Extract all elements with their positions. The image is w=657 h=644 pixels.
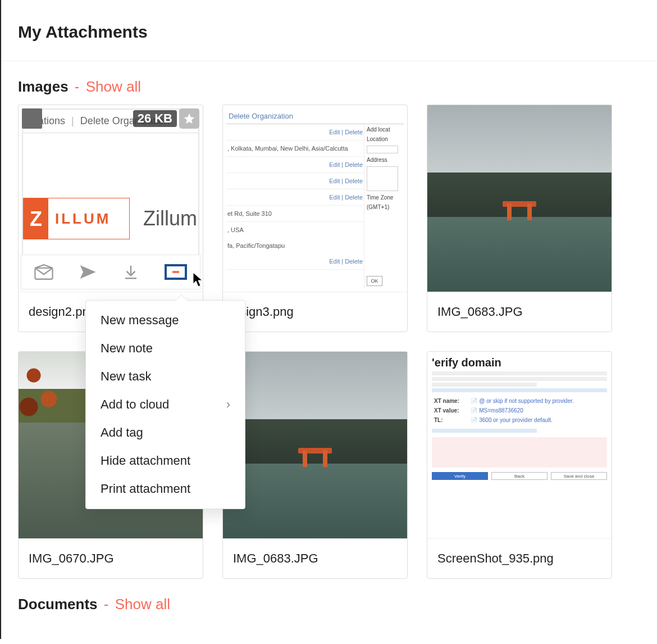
show-all-documents-link[interactable]: Show all (115, 596, 170, 613)
section-images-header: Images - Show all (18, 78, 640, 96)
menu-add-tag[interactable]: Add tag (86, 419, 245, 447)
filename-label: IMG_0683.JPG (223, 539, 407, 578)
attachment-card[interactable]: IMG_0683.JPG (222, 351, 408, 579)
thumbnail[interactable]: 'erify domain XT name:📄 @ or skip if not… (427, 352, 612, 539)
filesize-badge: 26 KB (133, 110, 177, 127)
menu-new-message[interactable]: New message (86, 306, 245, 334)
brand-name: Zillum (143, 207, 197, 230)
filename-label: IMG_0683.JPG (427, 292, 612, 332)
menu-print-attachment[interactable]: Print attachment (86, 475, 245, 503)
logo-letter: Z (24, 198, 48, 239)
page-title: My Attachments (18, 0, 640, 61)
menu-add-to-cloud[interactable]: Add to cloud› (86, 391, 245, 419)
images-grid: ocations | Delete Organization Z ILLUM Z… (18, 105, 640, 579)
show-all-images-link[interactable]: Show all (86, 78, 141, 95)
more-icon[interactable] (165, 264, 187, 280)
section-documents-header: Documents - Show all (18, 596, 640, 613)
attachment-card[interactable]: 'erify domain XT name:📄 @ or skip if not… (427, 351, 612, 579)
doc-title: 'erify domain (432, 356, 607, 369)
thumbnail[interactable]: Delete Organization Edit | Delete , Kolk… (223, 105, 407, 292)
chevron-right-icon: › (226, 397, 230, 412)
menu-new-task[interactable]: New task (86, 362, 245, 391)
separator: - (71, 78, 84, 95)
section-images-title: Images (18, 78, 69, 95)
context-menu: New message New note New task Add to clo… (85, 300, 245, 509)
separator: - (100, 596, 113, 613)
section-documents-title: Documents (18, 596, 98, 613)
attachment-card[interactable]: Delete Organization Edit | Delete , Kolk… (222, 105, 408, 332)
thumbnail[interactable]: ocations | Delete Organization Z ILLUM Z… (19, 105, 203, 292)
attachment-card[interactable]: IMG_0683.JPG (427, 105, 612, 332)
filename-label: ScreenShot_935.png (427, 539, 612, 578)
star-icon[interactable] (179, 108, 199, 129)
mail-icon[interactable] (34, 264, 53, 280)
card-toolbar (21, 255, 200, 289)
menu-hide-attachment[interactable]: Hide attachment (86, 447, 245, 475)
filename-label: esign3.png (223, 292, 407, 332)
send-icon[interactable] (79, 263, 97, 281)
download-icon[interactable] (122, 264, 139, 280)
thumb-title: Delete Organization (226, 108, 404, 124)
thumbnail[interactable] (427, 105, 612, 292)
select-box[interactable] (22, 108, 42, 129)
divider (1, 61, 657, 61)
logo-text: ILLUM (48, 210, 111, 228)
thumbnail[interactable] (223, 352, 407, 539)
menu-new-note[interactable]: New note (86, 334, 245, 362)
cursor-icon (192, 272, 204, 290)
filename-label: IMG_0670.JPG (19, 539, 203, 578)
